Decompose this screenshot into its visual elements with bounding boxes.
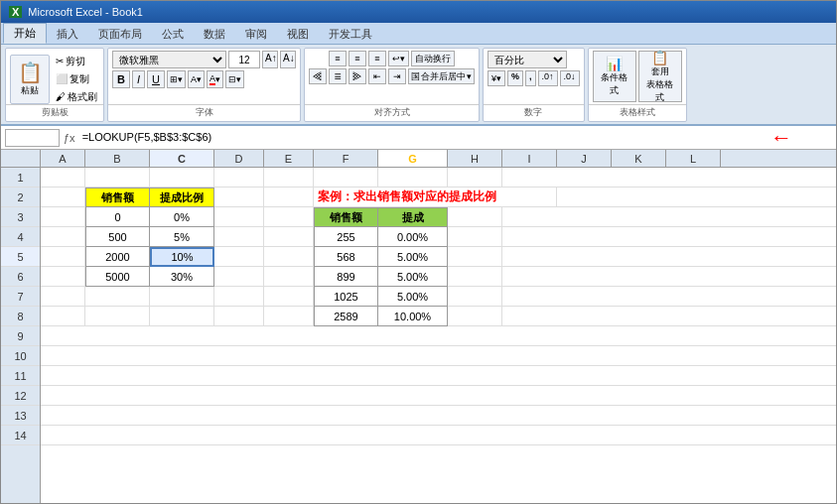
cell-a2[interactable] <box>41 188 85 207</box>
percent-button[interactable]: % <box>507 70 523 86</box>
cell-d3[interactable] <box>214 207 264 227</box>
bold-button[interactable]: B <box>112 70 130 88</box>
cell-c7[interactable] <box>150 287 214 307</box>
cut-button[interactable]: ✂ 剪切 <box>54 54 99 69</box>
col-header-k[interactable]: K <box>612 150 666 167</box>
cell-b8[interactable] <box>85 307 150 326</box>
align-left[interactable]: ⫷ <box>309 68 327 84</box>
font-name-select[interactable]: 微软雅黑 <box>112 51 226 68</box>
increase-font-button[interactable]: A↑ <box>262 51 278 68</box>
col-header-g[interactable]: G <box>378 150 448 167</box>
cell-b7[interactable] <box>85 287 150 307</box>
table-format-button[interactable]: 📋 套用表格格式 <box>638 51 682 102</box>
cell-f1[interactable] <box>314 168 378 188</box>
cell-e7[interactable] <box>264 287 314 307</box>
col-header-l[interactable]: L <box>666 150 721 167</box>
tab-formula[interactable]: 公式 <box>152 25 194 44</box>
cell-c1[interactable] <box>150 168 214 188</box>
tab-view[interactable]: 视图 <box>277 25 319 44</box>
cell-e8[interactable] <box>264 307 314 326</box>
formula-input[interactable] <box>79 131 767 144</box>
font-size-dropdown[interactable]: 12 <box>228 51 260 68</box>
format-painter-button[interactable]: 🖌格式刷 <box>54 89 99 105</box>
row-header-1[interactable]: 1 <box>1 168 40 188</box>
col-header-e[interactable]: E <box>264 150 314 167</box>
align-top-center[interactable]: ≡ <box>349 51 366 66</box>
cell-d2[interactable] <box>214 188 264 207</box>
conditional-format-button[interactable]: 📊 条件格式 <box>593 51 636 102</box>
cell-e4[interactable] <box>264 227 314 247</box>
indent-increase[interactable]: ⇥ <box>388 68 406 84</box>
row-header-9[interactable]: 9 <box>1 326 40 346</box>
row-header-3[interactable]: 3 <box>1 207 40 227</box>
align-top-right[interactable]: ≡ <box>368 51 386 66</box>
cell-c2[interactable]: 提成比例 <box>150 188 214 207</box>
cell-a1[interactable] <box>41 168 85 188</box>
align-center[interactable]: ≡ <box>329 68 347 84</box>
cell-d7[interactable] <box>214 287 264 307</box>
cell-a7[interactable] <box>41 287 85 307</box>
cell-a4[interactable] <box>41 227 85 247</box>
align-top-left[interactable]: ≡ <box>329 51 347 66</box>
col-header-c[interactable]: C <box>150 150 214 167</box>
row-header-13[interactable]: 13 <box>1 406 40 426</box>
formula-function-icon[interactable]: ƒx <box>64 132 75 144</box>
comma-button[interactable]: , <box>525 70 536 86</box>
cell-a3[interactable] <box>41 207 85 227</box>
cell-g7[interactable]: 5.00% <box>378 287 448 307</box>
col-header-i[interactable]: I <box>502 150 557 167</box>
row-header-7[interactable]: 7 <box>1 287 40 307</box>
decrease-font-button[interactable]: A↓ <box>280 51 296 68</box>
row-header-8[interactable]: 8 <box>1 307 40 326</box>
cell-h4[interactable] <box>448 227 502 247</box>
row-header-2[interactable]: 2 <box>1 188 40 207</box>
align-right[interactable]: ⫸ <box>349 68 366 84</box>
cell-c6[interactable]: 30% <box>150 267 214 287</box>
cell-e2[interactable] <box>264 188 314 207</box>
col-header-a[interactable]: A <box>41 150 85 167</box>
cell-f7[interactable]: 1025 <box>314 287 378 307</box>
cell-g1[interactable] <box>378 168 448 188</box>
font-color-button[interactable]: A▾ <box>207 70 223 88</box>
cell-h1[interactable] <box>448 168 502 188</box>
number-format-select[interactable]: 百分比 <box>488 51 567 68</box>
col-header-d[interactable]: D <box>214 150 264 167</box>
col-header-f[interactable]: F <box>314 150 378 167</box>
currency-button[interactable]: ¥▾ <box>488 70 505 86</box>
cell-h6[interactable] <box>448 267 502 287</box>
cell-a5[interactable] <box>41 247 85 267</box>
cell-e1[interactable] <box>264 168 314 188</box>
row-header-5[interactable]: 5 <box>1 247 40 267</box>
auto-wrap-button[interactable]: 自动换行 <box>411 51 455 66</box>
cell-f3[interactable]: 销售额 <box>314 207 378 227</box>
cell-d8[interactable] <box>214 307 264 326</box>
cell-g5[interactable]: 5.00% <box>378 247 448 267</box>
cell-g8[interactable]: 10.00% <box>378 307 448 326</box>
row-header-10[interactable]: 10 <box>1 346 40 366</box>
decrease-decimal-button[interactable]: .0↓ <box>560 70 580 86</box>
cell-d1[interactable] <box>214 168 264 188</box>
cell-h7[interactable] <box>448 287 502 307</box>
row-header-11[interactable]: 11 <box>1 366 40 386</box>
tab-pagelayout[interactable]: 页面布局 <box>88 25 152 44</box>
row-header-14[interactable]: 14 <box>1 426 40 445</box>
row-header-12[interactable]: 12 <box>1 386 40 406</box>
cell-e6[interactable] <box>264 267 314 287</box>
italic-button[interactable]: I <box>132 70 145 88</box>
cell-g6[interactable]: 5.00% <box>378 267 448 287</box>
increase-decimal-button[interactable]: .0↑ <box>538 70 558 86</box>
cell-b6[interactable]: 5000 <box>85 267 150 287</box>
cell-b3[interactable]: 0 <box>85 207 150 227</box>
copy-button[interactable]: ⬜复制 <box>54 71 99 87</box>
col-header-h[interactable]: H <box>448 150 502 167</box>
cell-c8[interactable] <box>150 307 214 326</box>
cell-f6[interactable]: 899 <box>314 267 378 287</box>
text-direction-button[interactable]: ↩▾ <box>388 51 409 66</box>
cell-a8[interactable] <box>41 307 85 326</box>
underline-button[interactable]: U <box>147 70 165 88</box>
cell-g3[interactable]: 提成 <box>378 207 448 227</box>
cell-b4[interactable]: 500 <box>85 227 150 247</box>
cell-d6[interactable] <box>214 267 264 287</box>
merge-center-button[interactable]: 国合并后居中▾ <box>408 68 475 84</box>
cell-b1[interactable] <box>85 168 150 188</box>
